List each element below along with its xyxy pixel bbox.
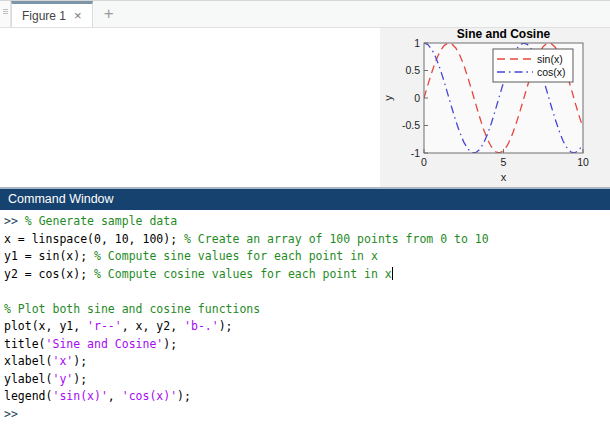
code-segment-comment: % Create an array of 100 points from 0 t… bbox=[184, 232, 489, 246]
code-segment-code: ); bbox=[219, 319, 233, 333]
code-line: y2 = cos(x); % Compute cosine values for… bbox=[4, 266, 610, 284]
command-window-body[interactable]: >> % Generate sample datax = linspace(0,… bbox=[0, 210, 610, 424]
code-segment-code: ylabel( bbox=[4, 372, 52, 386]
x-tick-label: 0 bbox=[421, 156, 427, 168]
matlab-window: Figure 1 × + 10.50-0.5-10510Sine and Cos… bbox=[0, 0, 610, 424]
code-segment-code: title( bbox=[4, 337, 46, 351]
code-segment-code: ); bbox=[73, 372, 87, 386]
code-segment-comment: % Plot both sine and cosine functions bbox=[4, 302, 260, 316]
code-segment-prompt: >> bbox=[4, 214, 25, 228]
code-segment-comment: % Compute sine values for each point in … bbox=[94, 249, 378, 263]
y-tick-label: -1 bbox=[411, 147, 420, 159]
code-segment-string: 'cos(x)' bbox=[122, 389, 177, 403]
code-segment-comment: % Compute cosine values for each point i… bbox=[94, 267, 392, 281]
code-segment-string: 'r--' bbox=[87, 319, 122, 333]
figure-panel: 10.50-0.5-10510Sine and Cosinexysin(x)co… bbox=[0, 28, 610, 187]
code-segment-string: 'b-.' bbox=[184, 319, 219, 333]
code-line: plot(x, y1, 'r--', x, y2, 'b-.'); bbox=[4, 318, 610, 336]
command-window-header: Command Window bbox=[0, 187, 610, 210]
code-line: % Plot both sine and cosine functions bbox=[4, 301, 610, 319]
code-line: title('Sine and Cosine'); bbox=[4, 336, 610, 354]
tab-bar-spacer bbox=[125, 1, 610, 27]
tab-close-icon[interactable]: × bbox=[74, 9, 82, 22]
code-line: y1 = sin(x); % Compute sine values for e… bbox=[4, 248, 610, 266]
code-segment-comment: % Generate sample data bbox=[25, 214, 177, 228]
code-segment-string: 'sin(x)' bbox=[52, 389, 107, 403]
code-segment-code: xlabel( bbox=[4, 354, 52, 368]
y-tick-label: -0.5 bbox=[402, 119, 420, 131]
new-tab-button[interactable]: + bbox=[93, 1, 125, 27]
code-line: >> % Generate sample data bbox=[4, 213, 610, 231]
code-line: xlabel('x'); bbox=[4, 353, 610, 371]
y-tick-label: 1 bbox=[414, 37, 420, 49]
code-segment-code: plot(x, y1, bbox=[4, 319, 87, 333]
code-line: ylabel('y'); bbox=[4, 371, 610, 389]
tab-label: Figure 1 bbox=[22, 9, 66, 23]
code-segment-code: legend( bbox=[4, 389, 52, 403]
code-segment-string: 'y' bbox=[52, 372, 73, 386]
x-tick-label: 10 bbox=[577, 156, 589, 168]
code-segment-string: 'x' bbox=[52, 354, 73, 368]
command-window-title: Command Window bbox=[8, 192, 114, 206]
code-segment-code: y2 = cos(x); bbox=[4, 267, 94, 281]
code-segment-code: , x, y2, bbox=[122, 319, 184, 333]
code-line: >> bbox=[4, 406, 610, 424]
code-segment-string: 'Sine and Cosine' bbox=[46, 337, 164, 351]
grip-icon bbox=[3, 9, 8, 10]
code-segment-code: ); bbox=[73, 354, 87, 368]
code-line: x = linspace(0, 10, 100); % Create an ar… bbox=[4, 231, 610, 249]
text-cursor bbox=[392, 267, 393, 280]
legend-entry-label: cos(x) bbox=[537, 66, 566, 78]
tab-figure-1[interactable]: Figure 1 × bbox=[11, 1, 93, 27]
code-segment-code: ); bbox=[163, 337, 177, 351]
figure-canvas[interactable]: 10.50-0.5-10510Sine and Cosinexysin(x)co… bbox=[380, 28, 610, 187]
x-tick-label: 5 bbox=[501, 156, 507, 168]
legend-entry-label: sin(x) bbox=[537, 53, 563, 65]
code-segment-code: y1 = sin(x); bbox=[4, 249, 94, 263]
plot-title: Sine and Cosine bbox=[457, 28, 551, 41]
code-segment-code: x = linspace(0, 10, 100); bbox=[4, 232, 184, 246]
sine-cosine-plot: 10.50-0.5-10510Sine and Cosinexysin(x)co… bbox=[380, 28, 610, 187]
y-axis-label: y bbox=[382, 95, 394, 101]
y-tick-label: 0.5 bbox=[405, 64, 420, 76]
panel-grip[interactable] bbox=[0, 1, 11, 27]
code-line: legend('sin(x)', 'cos(x)'); bbox=[4, 388, 610, 406]
code-line bbox=[4, 283, 610, 301]
figure-tab-bar: Figure 1 × + bbox=[0, 0, 610, 28]
code-segment-code: , bbox=[108, 389, 122, 403]
code-segment-code: ); bbox=[177, 389, 191, 403]
code-segment-prompt: >> bbox=[4, 407, 18, 421]
y-tick-label: 0 bbox=[414, 92, 420, 104]
x-axis-label: x bbox=[501, 171, 507, 183]
